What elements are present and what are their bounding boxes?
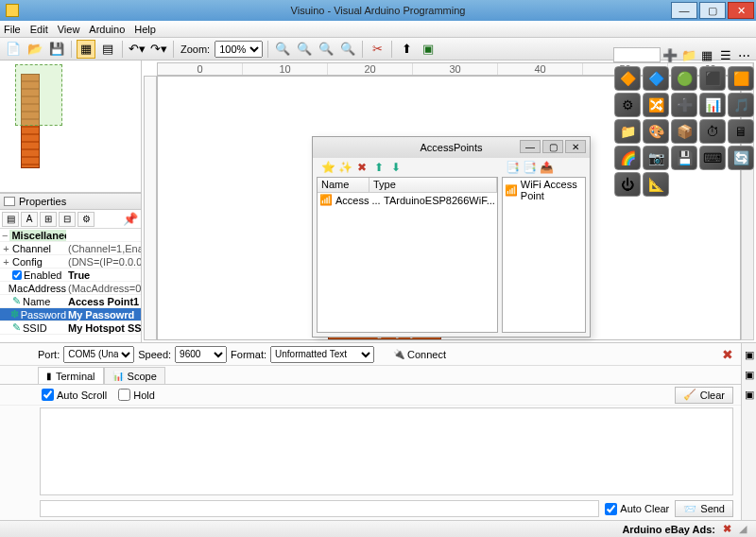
palette-search[interactable] [613,47,661,62]
port-select[interactable]: COM5 (Unava [63,346,134,363]
viewport-indicator[interactable] [15,64,62,126]
dialog-close-icon[interactable]: ✕ [565,140,586,153]
status-close-icon[interactable]: ✖ [723,523,731,535]
dlg-up-icon[interactable]: ⬆ [371,160,387,175]
speed-select[interactable]: 9600 [175,346,227,363]
overview-thumbnail[interactable] [0,61,141,193]
property-row[interactable]: ✽PasswordMy Passowrd [0,308,141,321]
panel-close-icon[interactable]: ✖ [722,347,733,362]
hold-checkbox[interactable]: Hold [118,389,155,401]
property-row[interactable]: ✎SSIDMy Hotspot SSID [0,321,141,335]
palette-item[interactable]: 🟢 [671,66,697,91]
dialog-items-list[interactable]: NameType 📶 Access ... TArduinoESP8266WiF… [317,177,498,333]
side-icon[interactable]: ▣ [745,389,754,401]
palette-item[interactable]: ⏱ [699,119,726,144]
palette-item[interactable]: 🔶 [614,66,641,91]
properties-header[interactable]: Properties [0,193,141,210]
zoom-out-icon[interactable]: 🔍 [317,40,335,59]
accesspoints-dialog[interactable]: AccessPoints — ▢ ✕ ⭐ ✨ ✖ ⬆ ⬇ NameType 📶 … [312,136,591,338]
property-row[interactable]: ✎NameAccess Point1 [0,295,141,308]
prop-sort-icon[interactable]: A [21,212,38,227]
palette-item[interactable]: 📷 [643,146,669,170]
upload-icon[interactable]: ⬆ [397,40,416,59]
menu-arduino[interactable]: Arduino [89,24,125,35]
dlg-copy-icon[interactable]: 📑 [506,160,521,175]
grid-icon[interactable]: ▦ [77,40,95,59]
new-icon[interactable]: 📄 [4,40,23,59]
pin-icon[interactable]: 📌 [122,212,139,227]
menu-help[interactable]: Help [134,24,156,35]
dialog-available-list[interactable]: 📶 WiFi Access Point [502,177,586,333]
close-button[interactable]: ✕ [728,2,754,19]
send-input[interactable] [40,500,599,517]
terminal-output[interactable] [40,407,733,495]
clear-button[interactable]: 🧹 Clear [675,387,733,404]
open-icon[interactable]: 📂 [26,40,44,59]
dlg-exp-icon[interactable]: 📤 [540,160,555,175]
pal-list-icon[interactable]: ☰ [717,45,735,64]
palette-item[interactable]: 📁 [614,119,641,144]
menu-view[interactable]: View [58,24,80,35]
property-row[interactable]: −Miscellaneous [0,229,141,242]
prop-collapse-icon[interactable]: ⊟ [59,212,76,227]
dialog-min-icon[interactable]: — [520,140,541,153]
prop-filter-icon[interactable]: ⚙ [77,212,94,227]
zoom-select[interactable]: 100% [215,41,263,58]
zoom-in-icon[interactable]: 🔍 [295,40,314,59]
property-row[interactable]: MacAddress(MacAddress=00-0... [0,282,141,295]
property-row[interactable]: EnabledTrue [0,268,141,282]
side-icon[interactable]: ▣ [745,349,754,361]
menu-edit[interactable]: Edit [30,24,48,35]
palette-item[interactable]: 🔄 [728,146,754,170]
palette-item[interactable]: 🟧 [728,66,754,91]
resize-grip-icon[interactable]: ◢ [739,523,747,535]
pal-view-icon[interactable]: ▦ [698,45,716,64]
save-icon[interactable]: 💾 [47,40,66,59]
pal-cat-icon[interactable]: 📁 [680,45,698,64]
dialog-max-icon[interactable]: ▢ [542,140,563,153]
dlg-star-icon[interactable]: ✨ [337,160,352,175]
redo-icon[interactable]: ↷▾ [149,40,168,59]
snap-icon[interactable]: ▤ [98,40,117,59]
board-icon[interactable]: ▣ [419,40,438,59]
prop-categorize-icon[interactable]: ▤ [2,212,19,227]
undo-icon[interactable]: ↶▾ [128,40,146,59]
pal-add-icon[interactable]: ➕ [662,45,679,64]
autoclear-checkbox[interactable]: Auto Clear [605,503,669,515]
property-row[interactable]: +Channel(Channel=1,Enable... [0,242,141,255]
palette-item[interactable]: 🎵 [728,93,754,117]
palette-item[interactable]: 📦 [671,119,697,144]
send-button[interactable]: 📨 Send [675,500,733,517]
tab-terminal[interactable]: ▮ Terminal [38,367,104,384]
autoscroll-checkbox[interactable]: Auto Scroll [42,389,107,401]
prop-expand-icon[interactable]: ⊞ [40,212,57,227]
format-select[interactable]: Unformatted Text [270,346,374,363]
zoom-fit-icon[interactable]: 🔍 [273,40,292,59]
dialog-titlebar[interactable]: AccessPoints — ▢ ✕ [313,137,590,158]
palette-item[interactable]: ⬛ [699,66,726,91]
palette-item[interactable]: 📐 [643,172,669,197]
palette-item[interactable]: ➕ [671,93,697,117]
tab-scope[interactable]: 📊 Scope [104,367,165,384]
pal-more-icon[interactable]: ⋯ [735,45,753,64]
palette-item[interactable]: ⚙ [614,93,641,117]
list-item[interactable]: 📶 Access ... TArduinoESP8266WiF... [318,193,497,207]
palette-item[interactable]: 🖥 [728,119,754,144]
palette-item[interactable]: ⌨ [699,146,726,170]
property-grid[interactable]: −Miscellaneous+Channel(Channel=1,Enable.… [0,229,141,342]
palette-item[interactable]: 💾 [671,146,697,170]
menu-file[interactable]: File [4,24,21,35]
list-item[interactable]: 📶 WiFi Access Point [503,178,585,202]
palette-item[interactable]: ⏻ [614,172,641,197]
palette-item[interactable]: 🔀 [643,93,669,117]
dlg-del-icon[interactable]: ✖ [354,160,369,175]
property-row[interactable]: +Config(DNS=(IP=0.0.0.0,E... [0,255,141,268]
minimize-button[interactable]: — [671,2,697,19]
palette-item[interactable]: 📊 [699,93,726,117]
dlg-down-icon[interactable]: ⬇ [388,160,404,175]
dlg-copy2-icon[interactable]: 📑 [523,160,538,175]
dlg-add-icon[interactable]: ⭐ [320,160,335,175]
cut-icon[interactable]: ✂ [368,40,387,59]
connect-button[interactable]: 🔌 Connect [393,349,446,360]
side-icon[interactable]: ▣ [745,369,754,381]
